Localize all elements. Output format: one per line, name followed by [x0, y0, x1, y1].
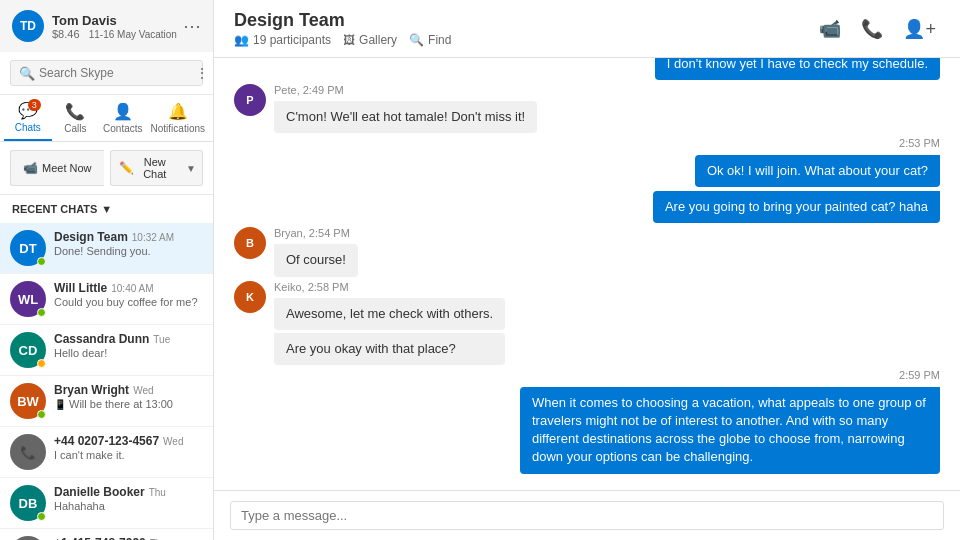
- chat-header: Design Team 👥 19 participants 🖼 Gallery …: [214, 0, 960, 58]
- message-sender-time: Pete, 2:49 PM: [274, 84, 537, 96]
- chat-info: Danielle Booker Thu Hahahaha: [54, 485, 203, 512]
- chat-avatar: 📞: [10, 536, 46, 540]
- add-participant-button[interactable]: 👤+: [899, 14, 940, 44]
- message-row: Ok ok! I will join. What about your cat?: [234, 155, 940, 187]
- chat-list-item[interactable]: CD Cassandra Dunn Tue Hello dear!: [0, 325, 213, 376]
- chat-preview: Hello dear!: [54, 347, 203, 359]
- new-chat-dropdown[interactable]: ▼: [180, 150, 203, 186]
- chat-time: Wed: [163, 436, 183, 447]
- chat-preview: 📱 Will be there at 13:00: [54, 398, 203, 410]
- chat-name: +44 0207-123-4567: [54, 434, 159, 448]
- find-icon: 🔍: [409, 33, 424, 47]
- nav-tabs: 💬 Chats 3 📞 Calls 👤 Contacts 🔔 Notificat…: [0, 95, 213, 142]
- tab-notifications[interactable]: 🔔 Notifications: [147, 96, 209, 140]
- message-bubble: C'mon! We'll eat hot tamale! Don't miss …: [274, 101, 537, 133]
- grid-icon[interactable]: ⋮: [195, 65, 209, 81]
- message-content: Pete, 2:49 PMC'mon! We'll eat hot tamale…: [274, 84, 537, 133]
- gallery-icon: 🖼: [343, 33, 355, 47]
- meet-now-button[interactable]: 📹 Meet Now: [10, 150, 104, 186]
- message-bubble: Of course!: [274, 244, 358, 276]
- video-call-button[interactable]: 📹: [815, 14, 845, 44]
- message-row: PPete, 2:49 PMC'mon! We'll eat hot tamal…: [234, 84, 940, 133]
- message-avatar: K: [234, 281, 266, 313]
- search-wrapper: 🔍 ⋮: [10, 60, 203, 86]
- edit-icon: ✏️: [119, 161, 134, 175]
- chat-preview: I can't make it.: [54, 449, 203, 461]
- message-row: KKeiko, 2:58 PMAwesome, let me check wit…: [234, 281, 940, 365]
- chat-list-item[interactable]: DB Danielle Booker Thu Hahahaha: [0, 478, 213, 529]
- chat-info: Design Team 10:32 AM Done! Sending you.: [54, 230, 203, 257]
- camera-icon: 📹: [23, 161, 38, 175]
- message-avatar: P: [234, 84, 266, 116]
- message-sender-time: Keiko, 2:58 PM: [274, 281, 505, 293]
- chat-list-item[interactable]: 📞 +1 415-748-7920 Thu Thank you! See ya!: [0, 529, 213, 540]
- participants-count: 👥 19 participants: [234, 33, 331, 47]
- chat-meta: 👥 19 participants 🖼 Gallery 🔍 Find: [234, 33, 451, 47]
- message-row: BBryan, 2:54 PMOf course!: [234, 227, 940, 276]
- chats-badge: 3: [28, 99, 41, 111]
- tab-contacts[interactable]: 👤 Contacts: [99, 96, 147, 140]
- chat-info: +44 0207-123-4567 Wed I can't make it.: [54, 434, 203, 461]
- chat-preview: Hahahaha: [54, 500, 203, 512]
- action-buttons: 📹 Meet Now ✏️ New Chat ▼: [0, 142, 213, 195]
- message-row: I don't know yet I have to check my sche…: [234, 58, 940, 80]
- message-bubble: When it comes to choosing a vacation, wh…: [520, 387, 940, 474]
- chat-name: +1 415-748-7920: [54, 536, 146, 540]
- message-input[interactable]: [230, 501, 944, 530]
- chat-title-section: Design Team 👥 19 participants 🖼 Gallery …: [234, 10, 451, 47]
- participants-icon: 👥: [234, 33, 249, 47]
- new-chat-button[interactable]: ✏️ New Chat: [110, 150, 181, 186]
- message-bubble: Awesome, let me check with others.: [274, 298, 505, 330]
- message-bubble: Ok ok! I will join. What about your cat?: [695, 155, 940, 187]
- chat-input-area: [214, 490, 960, 540]
- user-name: Tom Davis: [52, 13, 183, 28]
- messages-area: KKeiko, 2:48 PMI'm great!! Getting ready…: [214, 58, 960, 490]
- chat-name: Bryan Wright: [54, 383, 129, 397]
- search-bar: 🔍 ⋮: [0, 52, 213, 95]
- chat-info: Will Little 10:40 AM Could you buy coffe…: [54, 281, 203, 308]
- message-bubble: Are you okay with that place?: [274, 333, 505, 365]
- message-timestamp: 2:53 PM: [234, 137, 940, 149]
- message-row: Are you going to bring your painted cat?…: [234, 191, 940, 223]
- more-options-icon[interactable]: ⋯: [183, 15, 201, 37]
- header-actions: 📹 📞 👤+: [815, 14, 940, 44]
- phone-icon: 📱: [54, 399, 66, 410]
- chat-avatar: DT: [10, 230, 46, 266]
- chat-time: Wed: [133, 385, 153, 396]
- chat-preview: Done! Sending you.: [54, 245, 203, 257]
- recent-chats-header[interactable]: RECENT CHATS ▼: [0, 195, 213, 223]
- chat-name: Design Team: [54, 230, 128, 244]
- chat-list-item[interactable]: WL Will Little 10:40 AM Could you buy co…: [0, 274, 213, 325]
- user-header: TD Tom Davis $8.46 11-16 May Vacation ⋯: [0, 0, 213, 52]
- chat-name: Danielle Booker: [54, 485, 145, 499]
- message-bubble: I don't know yet I have to check my sche…: [655, 58, 940, 80]
- search-input[interactable]: [39, 66, 189, 80]
- tab-chats[interactable]: 💬 Chats 3: [4, 95, 52, 141]
- status-dot: [37, 257, 46, 266]
- chat-list-item[interactable]: 📞 +44 0207-123-4567 Wed I can't make it.: [0, 427, 213, 478]
- gallery-link[interactable]: 🖼 Gallery: [343, 33, 397, 47]
- tab-calls[interactable]: 📞 Calls: [52, 96, 100, 140]
- user-info: Tom Davis $8.46 11-16 May Vacation: [52, 13, 183, 40]
- user-credit: $8.46 11-16 May Vacation: [52, 28, 183, 40]
- find-link[interactable]: 🔍 Find: [409, 33, 451, 47]
- status-dot: [37, 359, 46, 368]
- status-dot: [37, 410, 46, 419]
- chat-list: DT Design Team 10:32 AM Done! Sending yo…: [0, 223, 213, 540]
- chat-avatar: 📞: [10, 434, 46, 470]
- message-avatar: B: [234, 227, 266, 259]
- chat-info: Bryan Wright Wed 📱 Will be there at 13:0…: [54, 383, 203, 410]
- audio-call-button[interactable]: 📞: [857, 14, 887, 44]
- chat-time: 10:40 AM: [111, 283, 153, 294]
- contacts-icon: 👤: [113, 102, 133, 121]
- message-row: When it comes to choosing a vacation, wh…: [234, 387, 940, 474]
- avatar: TD: [12, 10, 44, 42]
- chat-time: 10:32 AM: [132, 232, 174, 243]
- main-chat: Design Team 👥 19 participants 🖼 Gallery …: [214, 0, 960, 540]
- chat-list-item[interactable]: BW Bryan Wright Wed 📱 Will be there at 1…: [0, 376, 213, 427]
- chat-title: Design Team: [234, 10, 451, 31]
- message-sender-time: Bryan, 2:54 PM: [274, 227, 358, 239]
- chat-list-item[interactable]: DT Design Team 10:32 AM Done! Sending yo…: [0, 223, 213, 274]
- chat-preview: Could you buy coffee for me?: [54, 296, 203, 308]
- status-dot: [37, 308, 46, 317]
